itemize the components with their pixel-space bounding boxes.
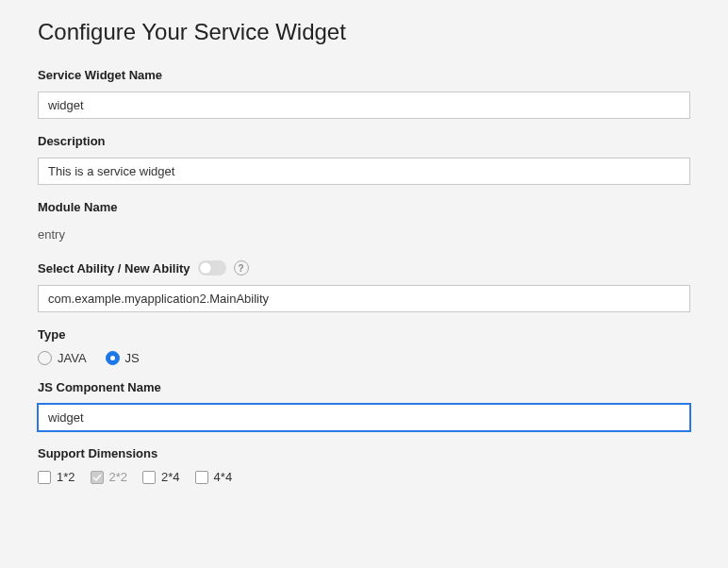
support-dimensions-label: Support Dimensions: [38, 446, 690, 460]
select-ability-input[interactable]: [38, 285, 690, 312]
widget-name-input[interactable]: [38, 92, 690, 119]
dimension-checkbox-4x4[interactable]: 4*4: [195, 470, 233, 484]
module-name-label: Module Name: [38, 200, 690, 214]
type-js-label: JS: [125, 351, 140, 365]
select-ability-label: Select Ability / New Ability: [38, 261, 190, 276]
js-component-name-label: JS Component Name: [38, 380, 690, 394]
type-label: Type: [38, 327, 690, 342]
dimension-2x2-label: 2*2: [109, 470, 128, 484]
module-name-value: entry: [38, 224, 690, 245]
checkbox-unchecked-icon: [142, 471, 156, 484]
checkbox-unchecked-icon: [195, 471, 208, 484]
js-component-name-input[interactable]: [38, 404, 690, 431]
dimension-2x4-label: 2*4: [161, 470, 180, 484]
dimension-checkbox-1x2[interactable]: 1*2: [38, 470, 75, 484]
dimension-4x4-label: 4*4: [214, 470, 233, 484]
help-icon[interactable]: ?: [234, 260, 249, 276]
type-radio-java[interactable]: JAVA: [38, 351, 87, 365]
radio-checked-icon: [106, 351, 120, 365]
checkbox-unchecked-icon: [38, 471, 51, 484]
dimension-checkbox-2x4[interactable]: 2*4: [142, 470, 180, 484]
dimension-1x2-label: 1*2: [57, 470, 75, 484]
widget-name-label: Service Widget Name: [38, 68, 690, 82]
radio-unchecked-icon: [38, 351, 52, 365]
type-radio-js[interactable]: JS: [106, 351, 140, 365]
description-input[interactable]: [38, 158, 690, 185]
type-java-label: JAVA: [58, 351, 87, 365]
page-title: Configure Your Service Widget: [38, 19, 690, 45]
checkbox-checked-disabled-icon: [91, 471, 104, 484]
dimension-checkbox-2x2: 2*2: [91, 470, 128, 484]
description-label: Description: [38, 134, 690, 148]
new-ability-toggle[interactable]: [198, 260, 226, 276]
